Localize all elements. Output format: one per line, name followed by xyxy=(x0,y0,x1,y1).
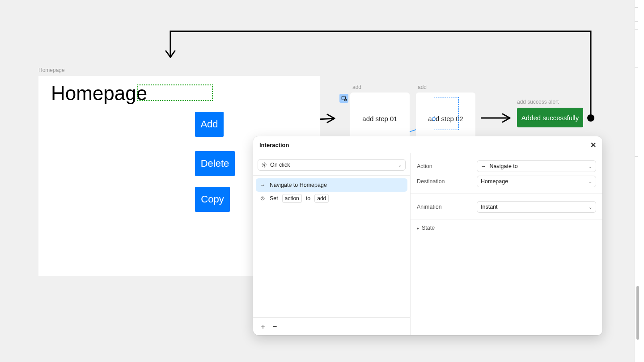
add-button[interactable]: Add xyxy=(195,112,224,137)
gutter-separator xyxy=(635,29,638,30)
interaction-left-pane: On click ⌄ → Navigate to Homepage Set xyxy=(253,153,411,335)
action-navigate-label: Navigate to Homepage xyxy=(270,182,327,188)
chevron-down-icon: ⌄ xyxy=(589,179,592,184)
action-list-footer: ＋ − xyxy=(253,317,410,335)
action-set-variable[interactable]: Set action to add xyxy=(256,192,407,205)
destination-value: Homepage xyxy=(481,178,508,185)
gutter-separator xyxy=(635,67,638,67)
gutter-separator xyxy=(635,156,638,157)
destination-label: Destination xyxy=(417,178,477,185)
component-icon[interactable] xyxy=(339,94,348,103)
insertion-placeholder xyxy=(137,84,213,101)
close-icon[interactable]: ✕ xyxy=(590,141,596,149)
chevron-down-icon: ⌄ xyxy=(589,205,592,210)
arrow-right-icon: → xyxy=(259,182,266,188)
svg-line-13 xyxy=(263,166,263,167)
action-select[interactable]: → Navigate to ⌄ xyxy=(477,160,596,172)
gutter-separator xyxy=(635,53,638,53)
state-label: State xyxy=(422,225,435,231)
design-canvas[interactable]: Homepage Homepage Add Delete Copy add ad… xyxy=(0,0,633,362)
caret-right-icon: ▸ xyxy=(417,226,419,231)
interaction-panel-header: Interaction ✕ xyxy=(253,136,602,153)
trigger-value: On click xyxy=(270,162,290,168)
svg-rect-4 xyxy=(342,96,345,100)
animation-select[interactable]: Instant ⌄ xyxy=(477,201,596,213)
frame-label-success[interactable]: add success alert xyxy=(517,99,559,105)
gutter-separator xyxy=(635,44,638,44)
add-action-icon[interactable]: ＋ xyxy=(259,323,267,330)
right-panel-gutter xyxy=(635,0,644,362)
remove-action-icon[interactable]: − xyxy=(273,323,277,330)
interaction-right-pane: Action → Navigate to ⌄ Destination Homep… xyxy=(411,153,602,335)
svg-line-14 xyxy=(266,163,266,164)
success-alert-frame[interactable]: Added successfully xyxy=(517,108,583,127)
scrollbar-thumb[interactable] xyxy=(636,286,639,340)
step1-text: add step 01 xyxy=(362,115,397,123)
svg-point-0 xyxy=(587,114,594,122)
prototype-connection-handle[interactable] xyxy=(432,117,436,121)
success-alert-text: Added successfully xyxy=(521,114,579,122)
component-instance-icon xyxy=(341,96,347,101)
state-section-toggle[interactable]: ▸ State xyxy=(411,219,602,236)
copy-button[interactable]: Copy xyxy=(195,187,230,212)
svg-line-11 xyxy=(263,163,263,164)
chevron-down-icon: ⌄ xyxy=(398,163,402,168)
selection-outline xyxy=(434,97,459,130)
trigger-select[interactable]: On click ⌄ xyxy=(258,159,406,171)
delete-button[interactable]: Delete xyxy=(195,151,235,176)
gutter-separator xyxy=(635,7,638,8)
action-value: Navigate to xyxy=(490,163,518,169)
action-navigate[interactable]: → Navigate to Homepage xyxy=(256,178,407,192)
set-variable-icon xyxy=(259,196,266,201)
animation-value: Instant xyxy=(481,204,498,210)
arrow-right-icon: → xyxy=(481,163,487,169)
frame-label-homepage[interactable]: Homepage xyxy=(38,67,65,73)
action-list: → Navigate to Homepage Set action to add xyxy=(253,175,410,208)
click-icon xyxy=(262,162,267,168)
frame-label-step1[interactable]: add xyxy=(352,84,361,90)
interaction-panel[interactable]: Interaction ✕ On click ⌄ → N xyxy=(253,136,602,335)
svg-point-6 xyxy=(263,164,265,165)
gutter-separator xyxy=(635,21,638,22)
variable-name-chip[interactable]: action xyxy=(282,194,302,203)
svg-line-12 xyxy=(266,166,266,167)
set-mid: to xyxy=(306,195,310,202)
chevron-down-icon: ⌄ xyxy=(589,164,592,169)
variable-value-chip[interactable]: add xyxy=(314,194,329,203)
set-prefix: Set xyxy=(270,195,278,202)
destination-select[interactable]: Homepage ⌄ xyxy=(477,176,596,187)
frame-label-step2[interactable]: add xyxy=(418,84,427,90)
animation-label: Animation xyxy=(417,204,477,210)
interaction-title: Interaction xyxy=(259,142,289,148)
page-title: Homepage xyxy=(51,82,147,105)
action-label: Action xyxy=(417,163,477,169)
